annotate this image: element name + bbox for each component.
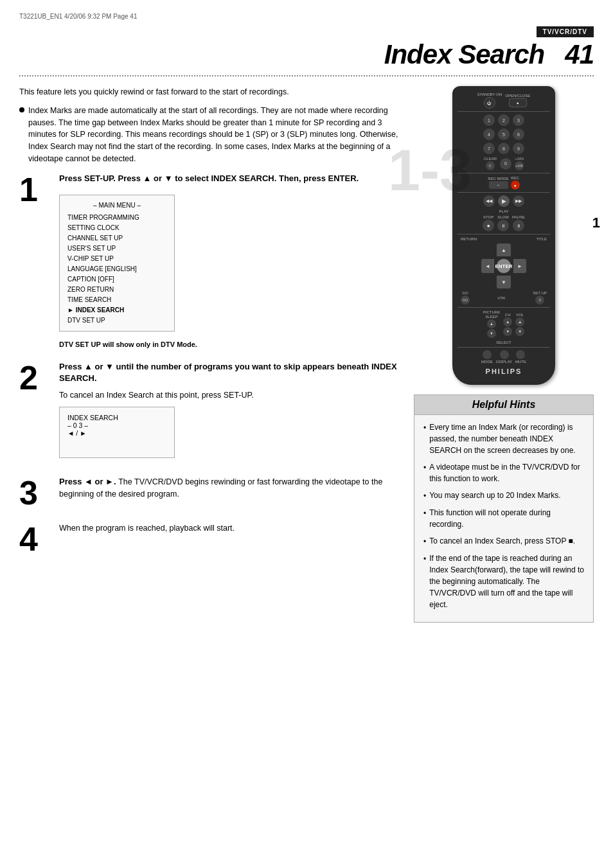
nav-up-button[interactable]: ▲ xyxy=(497,244,511,256)
display-button[interactable] xyxy=(500,350,509,359)
vol-up-button[interactable]: ▲ xyxy=(515,317,524,326)
menu-item-8: ZERO RETURN xyxy=(67,285,166,295)
num-5-button[interactable]: 5 xyxy=(498,128,510,140)
slow-label: SLOW xyxy=(497,215,509,219)
num-9-button[interactable]: 9 xyxy=(513,143,524,154)
step-2-number: 2 xyxy=(19,361,48,394)
num-1-button[interactable]: 1 xyxy=(483,114,495,126)
remote-divider-5 xyxy=(458,307,550,308)
page-container: T3221UB_EN1 4/20/06 9:32 PM Page 41 TV/V… xyxy=(0,0,613,868)
menu-item-2: SETTING CLOCK xyxy=(67,223,166,233)
bullet-text: Index Marks are made automatically at th… xyxy=(28,105,401,165)
mode-button[interactable] xyxy=(483,350,492,359)
setup-label: SET·UP xyxy=(533,291,547,295)
go-button[interactable]: GO xyxy=(461,296,470,305)
standby-button[interactable]: ⏻ xyxy=(484,97,495,109)
go-setup-row: GO GO VTR SET·UP S xyxy=(458,291,550,305)
rec-mode-button[interactable]: ━ xyxy=(489,181,508,189)
num-0-button[interactable]: 0 xyxy=(500,158,511,170)
remote-divider-4 xyxy=(458,234,550,235)
step-4: 4 When the program is reached, playback … xyxy=(19,522,401,556)
setup-button[interactable]: S xyxy=(535,296,544,305)
slow-button[interactable]: ⏸ xyxy=(497,220,509,231)
open-close-button[interactable]: ▲ xyxy=(509,98,527,107)
go-label: GO xyxy=(462,291,468,295)
picture-label: PICTURE xyxy=(483,310,500,314)
remote-divider-1 xyxy=(458,111,550,112)
menu-item-11: DTV SET UP xyxy=(67,315,166,326)
num-row-3: 7 8 9 xyxy=(458,143,550,154)
play-button[interactable]: ▶ xyxy=(498,195,510,207)
num-row-4: CLEAR C 0 +100 +100 xyxy=(458,157,550,170)
num-2-button[interactable]: 2 xyxy=(498,114,510,126)
hint-item-6: • If the end of the tape is reached duri… xyxy=(423,553,584,610)
num-8-button[interactable]: 8 xyxy=(498,143,510,154)
plus100-label: +100 xyxy=(515,157,524,161)
sleep-label: SLEEP xyxy=(485,315,497,319)
picture-down-button[interactable]: ▼ xyxy=(487,329,496,338)
philips-logo: PHILIPS xyxy=(458,368,550,375)
vol-down-button[interactable]: ▼ xyxy=(515,327,524,336)
pause-button[interactable]: ⏸ xyxy=(513,220,524,231)
hint-item-3: • You may search up to 20 Index Marks. xyxy=(423,490,584,502)
hint-bullet-2: • xyxy=(423,462,426,484)
num-row-1: 1 2 3 xyxy=(458,114,550,126)
num-4-button[interactable]: 4 xyxy=(483,128,495,140)
num-6-button[interactable]: 6 xyxy=(513,128,524,140)
hint-text-2: A videotape must be in the TV/VCR/DVD fo… xyxy=(429,461,584,484)
right-column: 1-3 1 STANDBY·ON ⏻ OPEN/CLOSE ▲ xyxy=(414,86,594,623)
enter-button[interactable]: ENTER xyxy=(497,259,511,273)
play-label: PLAY xyxy=(458,209,550,213)
meta-line: T3221UB_EN1 4/20/06 9:32 PM Page 41 xyxy=(19,13,594,20)
clear-button[interactable]: C xyxy=(486,161,495,170)
step-1-note: DTV SET UP will show only in DTV Mode. xyxy=(59,341,401,348)
rew-button[interactable]: ◀◀ xyxy=(483,195,495,207)
remote-top-row: STANDBY·ON ⏻ OPEN/CLOSE ▲ xyxy=(458,93,550,109)
nav-left-button[interactable]: ◄ xyxy=(481,259,494,273)
mute-button[interactable] xyxy=(516,350,525,359)
intro-text: This feature lets you quickly rewind or … xyxy=(19,86,401,98)
step-1-arrow-label: 1 xyxy=(592,215,600,231)
step-2-desc: To cancel an Index Search at this point,… xyxy=(59,389,401,402)
display-label: DISPLAY xyxy=(496,360,512,364)
tv-vcr-badge: TV/VCR/DTV xyxy=(537,26,594,37)
menu-title: – MAIN MENU – xyxy=(67,200,166,211)
step-2: 2 Press ▲ or ▼ until the number of progr… xyxy=(19,361,401,463)
main-layout: This feature lets you quickly rewind or … xyxy=(19,86,594,623)
rec-mode-label: REC MODE xyxy=(488,177,508,181)
num-7-button[interactable]: 7 xyxy=(483,143,495,154)
remote-divider-6 xyxy=(458,347,550,348)
stop-row: STOP ■ SLOW ⏸ PAUSE ⏸ xyxy=(458,215,550,231)
clear-label: CLEAR xyxy=(484,157,497,161)
hints-content: • Every time an Index Mark (or recording… xyxy=(414,415,593,622)
picture-ch-vol-row: PICTURE SLEEP ▲ ▼ CH ▲ ▼ VOL ▲ xyxy=(458,310,550,338)
num-3-button[interactable]: 3 xyxy=(513,114,524,126)
picture-button[interactable]: ▲ xyxy=(487,319,496,328)
stop-label: STOP xyxy=(483,215,493,219)
menu-item-1: TIMER PROGRAMMING xyxy=(67,213,166,223)
header-area: TV/VCR/DTV Index Search 41 xyxy=(19,26,594,70)
plus100-button[interactable]: +100 xyxy=(515,161,524,170)
remote-divider-2 xyxy=(458,173,550,173)
hint-item-5: • To cancel an Index Search, press STOP … xyxy=(423,535,584,547)
hint-bullet-5: • xyxy=(423,536,426,547)
nav-down-button[interactable]: ▼ xyxy=(497,276,511,288)
ff-button[interactable]: ▶▶ xyxy=(513,195,524,207)
hint-item-2: • A videotape must be in the TV/VCR/DVD … xyxy=(423,461,584,484)
step-1-title: Press SET-UP. Press ▲ or ▼ to select IND… xyxy=(59,173,401,184)
page-title: Index Search 41 xyxy=(384,39,594,70)
menu-item-10-active: ► INDEX SEARCH xyxy=(67,305,166,315)
hints-title: Helpful Hints xyxy=(414,395,593,415)
rec-mode-row: REC MODE ━ REC ● xyxy=(458,176,550,190)
step-1-menu-box: – MAIN MENU – TIMER PROGRAMMING SETTING … xyxy=(59,195,175,332)
ch-label: CH xyxy=(505,313,511,317)
rec-button[interactable]: ● xyxy=(511,181,520,190)
nav-right-button[interactable]: ► xyxy=(513,259,526,273)
title-text: Index Search xyxy=(384,39,544,69)
ch-down-button[interactable]: ▼ xyxy=(503,327,512,336)
ch-up-button[interactable]: ▲ xyxy=(503,317,512,326)
stop-button[interactable]: ■ xyxy=(483,220,494,231)
hint-text-3: You may search up to 20 Index Marks. xyxy=(429,490,560,502)
header-right: TV/VCR/DTV Index Search 41 xyxy=(384,26,594,70)
select-label: SELECT xyxy=(458,341,550,344)
